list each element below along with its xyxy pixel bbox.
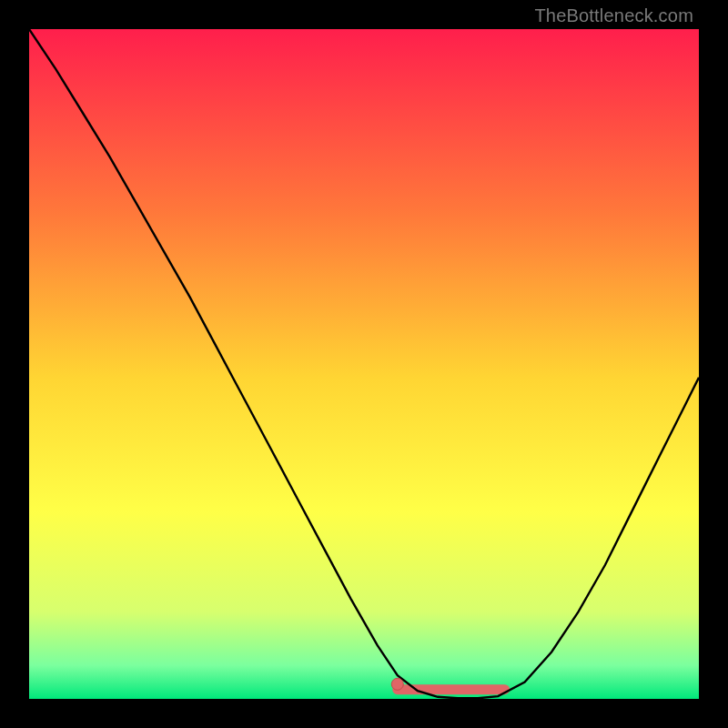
optimal-marker-dot xyxy=(391,678,403,690)
gradient-background xyxy=(29,29,699,699)
bottleneck-chart xyxy=(29,29,699,699)
watermark-text: TheBottleneck.com xyxy=(534,5,693,26)
chart-frame xyxy=(29,29,699,699)
